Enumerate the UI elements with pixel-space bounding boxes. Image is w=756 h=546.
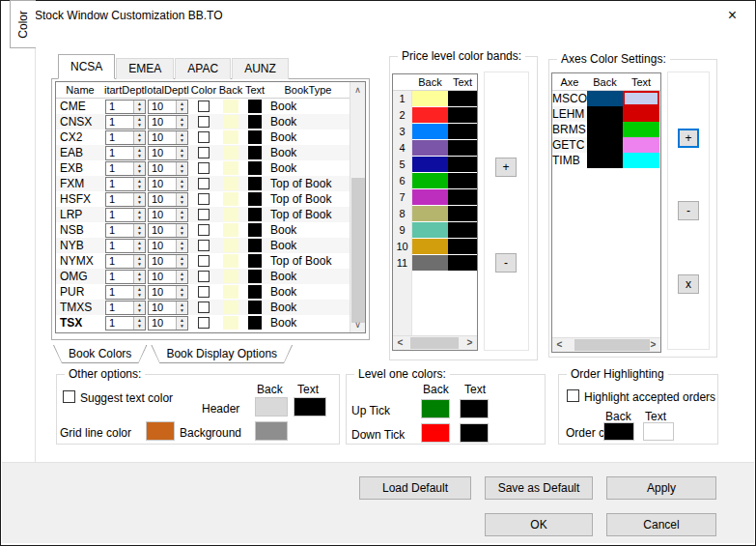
book-type[interactable]: Book — [266, 100, 350, 113]
band-text-swatch[interactable] — [448, 107, 477, 124]
book-type[interactable]: Book — [266, 285, 350, 299]
band-text-swatch[interactable] — [448, 91, 477, 107]
spinner-down-icon[interactable]: ▼ — [134, 122, 145, 129]
spinner-down-icon[interactable]: ▼ — [134, 230, 145, 237]
start-depth-value[interactable]: 1 — [106, 116, 133, 129]
scrollbar-thumb[interactable] — [351, 178, 365, 323]
total-depth-value[interactable]: 10 — [149, 240, 176, 252]
start-depth-spinner[interactable]: 1 ▲ ▼ — [105, 115, 146, 129]
start-depth-value[interactable]: 1 — [106, 240, 133, 252]
color-checkbox[interactable] — [198, 116, 210, 128]
book-type[interactable]: Top of Book — [266, 192, 350, 206]
total-depth-spinner[interactable]: 10 ▲ ▼ — [148, 177, 188, 191]
start-depth-spinner[interactable]: 1 ▲ ▼ — [105, 223, 146, 238]
axe-text-swatch[interactable] — [623, 153, 659, 168]
start-depth-value[interactable]: 1 — [106, 147, 133, 159]
book-table-scrollbar[interactable]: ∧ ∨ — [350, 82, 365, 332]
text-color-swatch[interactable] — [248, 161, 262, 175]
axe-text-swatch[interactable] — [623, 122, 659, 137]
total-depth-value[interactable]: 10 — [149, 101, 176, 113]
axe-text-swatch[interactable] — [623, 91, 659, 106]
back-color-swatch[interactable] — [223, 130, 238, 144]
spinner-down-icon[interactable]: ▼ — [177, 184, 187, 190]
total-depth-spinner[interactable]: 10 ▲ ▼ — [148, 223, 188, 238]
band-back-swatch[interactable] — [412, 157, 448, 173]
back-color-swatch[interactable] — [223, 316, 238, 330]
axe-name[interactable]: LEHM — [552, 106, 587, 122]
save-as-default-button[interactable]: Save as Default — [485, 476, 593, 500]
column-header-back[interactable]: Back — [218, 84, 243, 96]
total-depth-spinner[interactable]: 10 ▲ ▼ — [148, 192, 188, 207]
color-checkbox[interactable] — [198, 286, 210, 298]
price-bands-hscrollbar[interactable]: < > — [393, 335, 477, 350]
total-depth-spinner[interactable]: 10 ▲ ▼ — [148, 239, 188, 253]
spinner-down-icon[interactable]: ▼ — [177, 106, 187, 113]
color-checkbox[interactable] — [198, 317, 210, 329]
color-checkbox[interactable] — [198, 209, 210, 220]
down-tick-back-swatch[interactable] — [421, 423, 450, 443]
close-icon[interactable]: × — [728, 8, 737, 23]
text-color-swatch[interactable] — [248, 130, 262, 144]
text-color-swatch[interactable] — [248, 285, 262, 299]
axe-name[interactable]: GETC — [552, 137, 587, 153]
spinner-down-icon[interactable]: ▼ — [134, 137, 145, 144]
axe-back-swatch[interactable] — [587, 122, 623, 137]
book-type[interactable]: Book — [266, 130, 350, 144]
text-color-swatch[interactable] — [248, 192, 262, 206]
color-checkbox[interactable] — [198, 193, 210, 205]
total-depth-value[interactable]: 10 — [149, 193, 176, 206]
band-back-swatch[interactable] — [412, 239, 448, 255]
start-depth-spinner[interactable]: 1 ▲ ▼ — [105, 192, 146, 207]
start-depth-spinner[interactable]: 1 ▲ ▼ — [105, 316, 146, 330]
start-depth-value[interactable]: 1 — [106, 131, 133, 144]
total-depth-value[interactable]: 10 — [149, 302, 176, 314]
band-text-swatch[interactable] — [448, 222, 477, 239]
axe-name[interactable]: BRMS — [552, 122, 587, 137]
scroll-left-icon[interactable]: < — [393, 336, 407, 350]
scroll-down-icon[interactable]: ∨ — [350, 317, 365, 332]
column-header-text[interactable]: Text — [243, 84, 266, 96]
suggest-text-color-checkbox[interactable] — [63, 390, 75, 403]
color-checkbox[interactable] — [198, 147, 210, 158]
color-checkbox[interactable] — [198, 240, 210, 251]
start-depth-value[interactable]: 1 — [106, 317, 133, 330]
axe-name[interactable]: TIMB — [552, 153, 587, 168]
book-type[interactable]: Book — [266, 270, 350, 283]
text-color-swatch[interactable] — [248, 115, 262, 129]
axe-back-swatch[interactable] — [587, 153, 623, 168]
column-header-color[interactable]: Color — [189, 84, 218, 96]
color-checkbox[interactable] — [198, 271, 210, 282]
band-text-swatch[interactable] — [448, 124, 477, 140]
total-depth-value[interactable]: 10 — [149, 147, 176, 159]
spinner-down-icon[interactable]: ▼ — [134, 261, 145, 268]
back-color-swatch[interactable] — [223, 301, 238, 314]
start-depth-value[interactable]: 1 — [106, 271, 133, 283]
start-depth-spinner[interactable]: 1 ▲ ▼ — [105, 239, 146, 253]
order-back-swatch[interactable] — [603, 422, 634, 441]
total-depth-spinner[interactable]: 10 ▲ ▼ — [148, 161, 188, 176]
text-color-swatch[interactable] — [248, 254, 262, 268]
total-depth-spinner[interactable]: 10 ▲ ▼ — [148, 316, 188, 330]
start-depth-spinner[interactable]: 1 ▲ ▼ — [105, 177, 146, 191]
band-back-swatch[interactable] — [412, 91, 448, 107]
start-depth-value[interactable]: 1 — [106, 302, 133, 314]
start-depth-spinner[interactable]: 1 ▲ ▼ — [105, 130, 146, 145]
band-text-swatch[interactable] — [448, 157, 477, 173]
band-text-swatch[interactable] — [448, 173, 477, 189]
color-checkbox[interactable] — [198, 162, 210, 174]
start-depth-value[interactable]: 1 — [106, 178, 133, 190]
start-depth-value[interactable]: 1 — [106, 209, 133, 221]
total-depth-value[interactable]: 10 — [149, 271, 176, 283]
band-back-swatch[interactable] — [412, 140, 448, 157]
text-color-swatch[interactable] — [248, 100, 262, 113]
spinner-down-icon[interactable]: ▼ — [134, 215, 145, 221]
total-depth-value[interactable]: 10 — [149, 209, 176, 221]
total-depth-spinner[interactable]: 10 ▲ ▼ — [148, 208, 188, 222]
background-swatch[interactable] — [255, 421, 288, 441]
axe-text-swatch[interactable] — [623, 137, 659, 153]
scrollbar-thumb[interactable] — [574, 339, 650, 351]
header-text-swatch[interactable] — [294, 397, 326, 417]
color-checkbox[interactable] — [198, 255, 210, 267]
highlight-accepted-orders-checkbox[interactable] — [567, 389, 579, 402]
band-text-swatch[interactable] — [448, 189, 477, 206]
